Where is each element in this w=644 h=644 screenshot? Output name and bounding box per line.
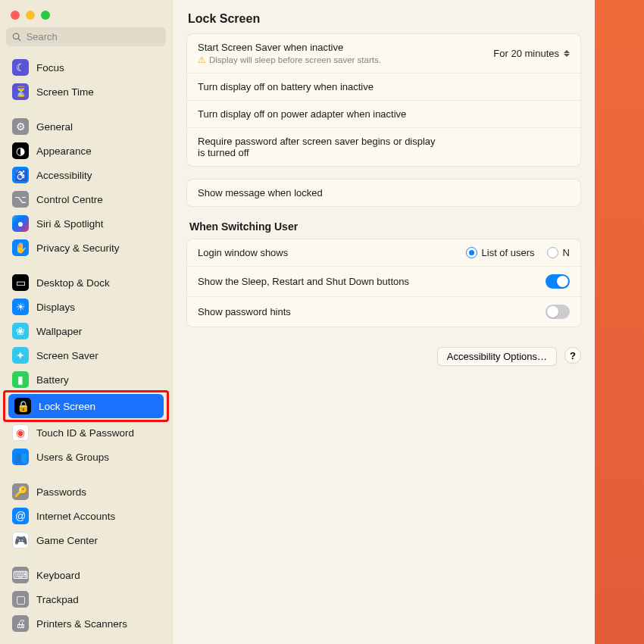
- screen-time-icon: ⏳: [12, 83, 29, 100]
- sidebar-item-displays[interactable]: ☀Displays: [6, 295, 166, 319]
- toggle-show-hints[interactable]: [546, 305, 570, 319]
- sidebar-item-label: Privacy & Security: [36, 242, 120, 254]
- sidebar-item-label: Accessibility: [36, 170, 92, 181]
- minimize-icon[interactable]: [26, 11, 35, 20]
- keyboard-icon: ⌨: [12, 567, 29, 583]
- appearance-icon: ◑: [12, 142, 29, 159]
- sidebar-item-trackpad[interactable]: ▢Trackpad: [6, 587, 166, 611]
- settings-group-message: Show message when locked: [186, 179, 581, 207]
- settings-group-display: Start Screen Saver when inactive ⚠ Displ…: [186, 33, 581, 167]
- sidebar-item-label: Battery: [36, 374, 69, 386]
- battery-icon: ▮: [12, 371, 29, 388]
- row-display-off-battery: Turn display off on battery when inactiv…: [187, 73, 580, 101]
- sidebar-item-screen-saver[interactable]: ✦Screen Saver: [6, 343, 166, 367]
- sidebar-item-label: Control Centre: [36, 194, 103, 205]
- screensaver-dropdown[interactable]: For 20 minutes: [493, 48, 570, 59]
- radio-icon: [547, 247, 558, 258]
- lock-screen-icon: 🔒: [14, 398, 31, 414]
- warning-text: ⚠ Display will sleep before screen saver…: [198, 55, 493, 65]
- sidebar-item-label: Displays: [36, 302, 75, 313]
- printers-scanners-icon: 🖨: [12, 615, 29, 632]
- sidebar-item-label: Screen Time: [36, 86, 94, 98]
- sidebar-item-appearance[interactable]: ◑Appearance: [6, 139, 166, 163]
- window-controls: [0, 0, 172, 27]
- sidebar-item-wallpaper[interactable]: ❀Wallpaper: [6, 319, 166, 343]
- row-show-hints: Show password hints: [187, 297, 580, 327]
- sidebar-item-game-center[interactable]: 🎮Game Center: [6, 528, 166, 552]
- radio-icon: [466, 247, 477, 258]
- section-title: When Switching User: [189, 220, 578, 233]
- sidebar-item-accessibility[interactable]: ♿Accessibility: [6, 163, 166, 187]
- sidebar-list[interactable]: ☾Focus⏳Screen Time⚙General◑Appearance♿Ac…: [0, 52, 172, 644]
- sidebar-item-label: Desktop & Dock: [36, 277, 110, 289]
- row-label: Require password after screen saver begi…: [198, 136, 440, 158]
- accessibility-options-button[interactable]: Accessibility Options…: [437, 347, 557, 366]
- sidebar-item-label: Keyboard: [36, 570, 80, 581]
- row-label: Start Screen Saver when inactive: [198, 42, 493, 53]
- sidebar-item-touch-id-password[interactable]: ◉Touch ID & Password: [6, 420, 166, 445]
- chevron-updown-icon: [564, 50, 570, 57]
- radio-list-of-users[interactable]: List of users: [466, 247, 535, 258]
- sidebar-item-label: Appearance: [36, 145, 92, 157]
- sidebar-item-passwords[interactable]: 🔑Passwords: [6, 480, 166, 504]
- row-label: Show password hints: [198, 306, 546, 317]
- privacy-security-icon: ✋: [12, 239, 29, 256]
- users-groups-icon: 👥: [12, 449, 29, 465]
- siri-spotlight-icon: ●: [12, 215, 29, 232]
- sidebar-item-label: Touch ID & Password: [36, 427, 134, 439]
- accessibility-icon: ♿: [12, 167, 29, 183]
- sidebar-item-desktop-dock[interactable]: ▭Desktop & Dock: [6, 270, 166, 295]
- sidebar-item-label: Siri & Spotlight: [36, 218, 104, 230]
- sidebar-item-label: Screen Saver: [36, 350, 98, 361]
- sidebar-item-printers-scanners[interactable]: 🖨Printers & Scanners: [6, 611, 166, 636]
- settings-group-switching: Login window shows List of users N Show: [186, 239, 581, 327]
- sidebar-item-general[interactable]: ⚙General: [6, 114, 166, 139]
- wallpaper-icon: ❀: [12, 323, 29, 339]
- help-button[interactable]: ?: [564, 347, 581, 364]
- sidebar-item-focus[interactable]: ☾Focus: [6, 55, 166, 80]
- desktop-dock-icon: ▭: [12, 274, 29, 291]
- row-label: Show message when locked: [198, 187, 570, 199]
- passwords-icon: 🔑: [12, 483, 29, 500]
- row-label: Login window shows: [198, 247, 466, 258]
- sidebar-item-control-centre[interactable]: ⌥Control Centre: [6, 187, 166, 211]
- sidebar-item-keyboard[interactable]: ⌨Keyboard: [6, 563, 166, 587]
- sidebar-item-privacy-security[interactable]: ✋Privacy & Security: [6, 236, 166, 260]
- warning-icon: ⚠: [198, 55, 206, 65]
- row-show-buttons: Show the Sleep, Restart and Shut Down bu…: [187, 267, 580, 297]
- sidebar: ☾Focus⏳Screen Time⚙General◑Appearance♿Ac…: [0, 0, 173, 644]
- sidebar-item-users-groups[interactable]: 👥Users & Groups: [6, 445, 166, 469]
- row-login-window: Login window shows List of users N: [187, 239, 580, 267]
- touch-id-password-icon: ◉: [12, 424, 29, 441]
- sidebar-item-label: Wallpaper: [36, 326, 82, 337]
- sidebar-item-label: Printers & Scanners: [36, 618, 127, 630]
- search-icon: [12, 32, 22, 42]
- toggle-show-buttons[interactable]: [546, 274, 570, 289]
- trackpad-icon: ▢: [12, 591, 29, 608]
- sidebar-item-screen-time[interactable]: ⏳Screen Time: [6, 80, 166, 104]
- focus-icon: ☾: [12, 59, 29, 76]
- sidebar-item-label: Passwords: [36, 486, 86, 498]
- game-center-icon: 🎮: [12, 532, 29, 549]
- sidebar-item-lock-screen[interactable]: 🔒Lock Screen: [8, 394, 164, 418]
- sidebar-item-label: Focus: [36, 62, 64, 73]
- sidebar-item-label: General: [36, 121, 73, 133]
- control-centre-icon: ⌥: [12, 191, 29, 208]
- sidebar-item-internet-accounts[interactable]: @Internet Accounts: [6, 504, 166, 528]
- sidebar-item-label: Users & Groups: [36, 452, 109, 463]
- content-pane: Lock Screen Start Screen Saver when inac…: [173, 0, 595, 644]
- displays-icon: ☀: [12, 299, 29, 315]
- search-input[interactable]: [27, 31, 160, 42]
- search-field[interactable]: [6, 27, 166, 46]
- radio-name-password[interactable]: N: [547, 247, 570, 258]
- sidebar-item-siri-spotlight[interactable]: ●Siri & Spotlight: [6, 211, 166, 236]
- page-title: Lock Screen: [188, 12, 580, 26]
- fullscreen-icon[interactable]: [41, 11, 50, 20]
- row-label: Turn display off on battery when inactiv…: [198, 81, 570, 92]
- sidebar-item-label: Trackpad: [36, 594, 79, 605]
- internet-accounts-icon: @: [12, 508, 29, 524]
- row-require-password: Require password after screen saver begi…: [187, 128, 580, 166]
- row-label: Show the Sleep, Restart and Shut Down bu…: [198, 276, 546, 287]
- close-icon[interactable]: [11, 11, 20, 20]
- sidebar-item-battery[interactable]: ▮Battery: [6, 367, 166, 392]
